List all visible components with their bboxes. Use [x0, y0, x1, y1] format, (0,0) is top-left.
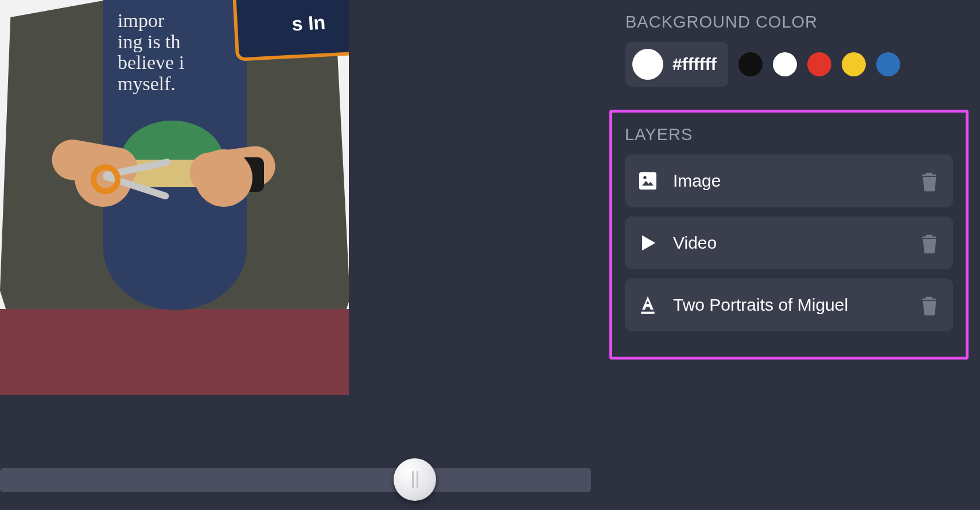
background-color-picker[interactable]: #ffffff — [625, 42, 728, 87]
preset-color-white[interactable] — [773, 52, 797, 76]
video-frame-illustration: impor ing is th believe i myself. s In — [0, 0, 349, 395]
wall-banner: s In — [232, 0, 349, 61]
layers-list: Image Video Two Portraits of Miguel — [625, 154, 953, 331]
text-underline-icon — [636, 293, 659, 316]
background-color-section-label: BACKGROUND COLOR — [625, 13, 958, 32]
preset-color-red[interactable] — [807, 52, 831, 76]
preset-color-black[interactable] — [738, 52, 763, 76]
layers-section-label: LAYERS — [625, 125, 953, 144]
timeline-track[interactable] — [0, 468, 591, 492]
image-icon — [636, 169, 659, 192]
layer-row-video[interactable]: Video — [625, 217, 953, 269]
background-color-hex: #ffffff — [672, 55, 717, 74]
background-color-row: #ffffff — [625, 42, 958, 87]
layer-label: Two Portraits of Miguel — [673, 295, 906, 315]
svg-rect-0 — [639, 172, 656, 190]
svg-rect-2 — [641, 312, 654, 314]
side-panel: BACKGROUND COLOR #ffffff LAYERS Image — [602, 0, 975, 510]
background-color-swatch — [632, 49, 663, 80]
layer-label: Image — [673, 171, 906, 191]
tshirt-text: impor ing is th believe i myself. — [118, 10, 221, 95]
preset-color-blue[interactable] — [876, 52, 900, 76]
layer-label: Video — [673, 233, 906, 253]
play-icon — [636, 231, 659, 254]
delete-layer-button[interactable] — [920, 232, 939, 254]
canvas-preview[interactable]: impor ing is th believe i myself. s In — [0, 0, 349, 395]
layers-section-highlight: LAYERS Image Video — [609, 110, 969, 360]
delete-layer-button[interactable] — [920, 170, 939, 192]
svg-point-1 — [643, 176, 646, 179]
delete-layer-button[interactable] — [920, 294, 939, 316]
layer-row-image[interactable]: Image — [625, 154, 953, 207]
timeline-thumb[interactable] — [394, 458, 436, 501]
preset-color-yellow[interactable] — [842, 52, 866, 76]
layer-row-text[interactable]: Two Portraits of Miguel — [625, 279, 953, 331]
